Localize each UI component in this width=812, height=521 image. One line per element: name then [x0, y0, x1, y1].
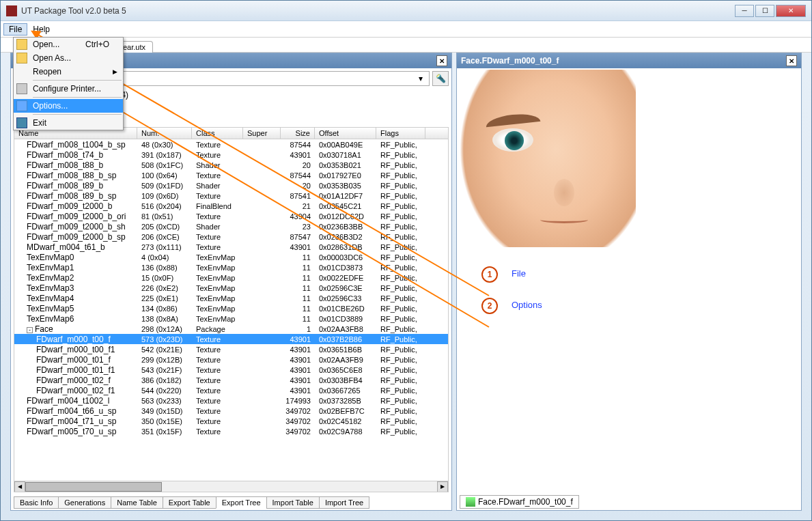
preview-header: Face.FDwarf_m000_t00_f ✕: [457, 53, 801, 68]
tab-basic-info[interactable]: Basic Info: [14, 496, 59, 509]
search-icon: 🔦: [436, 74, 446, 83]
col-offset[interactable]: Offset: [315, 128, 376, 139]
app-icon: [6, 5, 17, 16]
options-icon: [16, 100, 27, 111]
find-button[interactable]: 🔦: [432, 71, 449, 86]
left-panel-close[interactable]: ✕: [436, 55, 447, 66]
exit-icon: [16, 117, 27, 128]
col-size[interactable]: Size: [281, 128, 315, 139]
menu-help[interactable]: Help: [27, 23, 55, 36]
col-flags[interactable]: Flags: [376, 128, 425, 139]
menubar: File Help: [1, 21, 811, 38]
bottom-tabs: Basic InfoGenerationsName TableExport Ta…: [11, 495, 451, 510]
annotation-marker-1: 1: [481, 266, 498, 283]
scroll-left-icon[interactable]: ◀: [14, 481, 25, 492]
close-button[interactable]: ✕: [776, 5, 806, 17]
preview-title: Face.FDwarf_m000_t00_f: [461, 56, 559, 66]
horizontal-scrollbar[interactable]: ◀ ▶: [14, 481, 448, 492]
tab-export-table[interactable]: Export Table: [163, 496, 216, 509]
menu-exit[interactable]: Exit: [14, 116, 123, 130]
folder-icon: [16, 53, 27, 64]
texture-preview-image: [458, 70, 636, 247]
col-class[interactable]: Class: [192, 128, 243, 139]
table-row[interactable]: FDwarf_m005_t70_u_sp351 (0x15F)Texture34…: [14, 426, 448, 436]
col-super[interactable]: Super: [243, 128, 281, 139]
tree-toggle-icon[interactable]: -: [27, 327, 33, 333]
printer-icon: [16, 83, 27, 94]
col-num[interactable]: Num.: [137, 128, 192, 139]
menu-open-as[interactable]: Open As...: [14, 51, 123, 65]
menu-file[interactable]: File: [3, 23, 27, 36]
menu-open[interactable]: Open...Ctrl+O: [14, 38, 123, 51]
folder-open-icon: [16, 39, 27, 50]
texture-icon: [466, 497, 475, 507]
file-menu-dropdown: Open...Ctrl+O Open As... Reopen▶ Configu…: [13, 37, 124, 130]
annotation-label-2: Options: [512, 300, 542, 310]
export-tree-table: Name Num. Class Super Size Offset Flags …: [14, 127, 449, 492]
maximize-button[interactable]: ☐: [755, 5, 774, 17]
minimize-button[interactable]: ─: [735, 5, 754, 17]
tab-generations[interactable]: Generations: [58, 496, 111, 509]
preview-tab[interactable]: Face.FDwarf_m000_t00_f: [460, 495, 579, 509]
annotation-label-1: File: [512, 268, 526, 279]
menu-reopen[interactable]: Reopen▶: [14, 65, 123, 79]
tab-name-table[interactable]: Name Table: [111, 496, 163, 509]
annotation-marker-2: 2: [481, 298, 498, 314]
table-body[interactable]: FDwarf_m008_t1004_b_sp48 (0x30)Texture87…: [14, 139, 448, 481]
window-title: UT Package Tool v2.0 beta 5: [21, 6, 735, 16]
titlebar: UT Package Tool v2.0 beta 5 ─ ☐ ✕: [1, 1, 811, 21]
tab-export-tree[interactable]: Export Tree: [216, 496, 267, 509]
tab-import-table[interactable]: Import Table: [266, 496, 320, 509]
preview-close[interactable]: ✕: [786, 55, 797, 66]
tab-import-tree[interactable]: Import Tree: [319, 496, 369, 509]
preview-body: 1 File 2 Options: [457, 68, 801, 494]
menu-configure-printer[interactable]: Configure Printer...: [14, 82, 123, 96]
chevron-down-icon: ▾: [415, 74, 426, 83]
menu-options[interactable]: Options...: [14, 99, 123, 113]
scroll-thumb[interactable]: [25, 482, 162, 492]
scroll-right-icon[interactable]: ▶: [437, 481, 448, 492]
